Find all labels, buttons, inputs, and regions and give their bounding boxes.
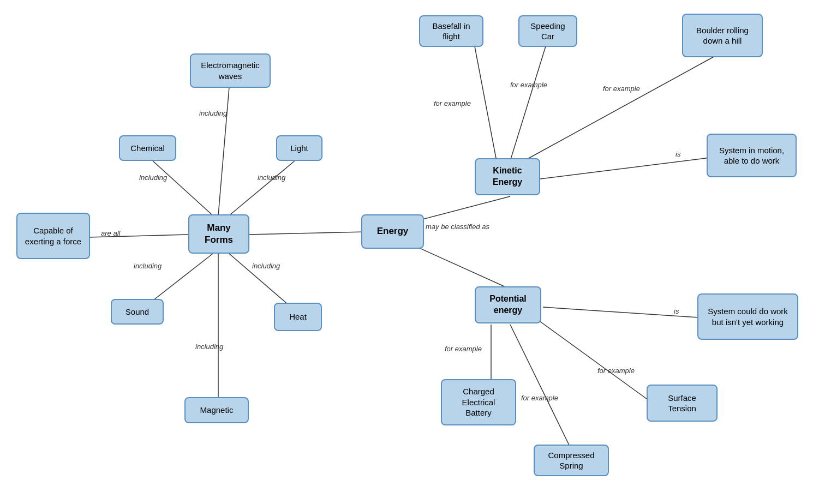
node-energy: Energy: [361, 214, 424, 249]
svg-line-14: [524, 56, 715, 161]
svg-line-4: [150, 254, 213, 303]
label-are-all: are all: [101, 229, 120, 237]
label-for-ex-surface: for example: [597, 367, 635, 375]
label-inc-heat: including: [252, 262, 280, 270]
label-is-kinetic: is: [675, 150, 680, 158]
label-is-potential: is: [674, 307, 679, 315]
node-kinetic-energy: Kinetic Energy: [475, 158, 540, 195]
node-surface-tension: Surface Tension: [647, 385, 718, 422]
svg-line-13: [510, 46, 546, 161]
label-inc-mag: including: [195, 343, 223, 351]
node-chemical: Chemical: [119, 135, 176, 161]
node-light: Light: [276, 135, 322, 161]
node-electromagnetic: Electromagnetic waves: [190, 53, 271, 88]
node-potential-energy: Potential energy: [475, 286, 541, 323]
label-for-ex-boulder: for example: [603, 85, 640, 93]
label-for-ex-speeding: for example: [510, 81, 547, 89]
node-magnetic: Magnetic: [184, 397, 249, 423]
svg-line-11: [543, 307, 707, 318]
node-capable: Capable of exerting a force: [16, 213, 90, 259]
node-many-forms: Many Forms: [188, 214, 249, 254]
label-inc-light: including: [258, 173, 285, 182]
node-heat: Heat: [274, 303, 322, 331]
label-inc-em: including: [199, 109, 227, 117]
svg-line-1: [218, 87, 229, 215]
label-inc-chem: including: [139, 173, 167, 182]
node-boulder: Boulder rolling down a hill: [682, 14, 763, 57]
label-for-ex-spring: for example: [521, 394, 558, 402]
svg-line-3: [229, 161, 295, 215]
svg-line-7: [248, 232, 366, 235]
svg-line-16: [510, 325, 570, 447]
label-for-ex-battery: for example: [445, 345, 482, 353]
label-inc-sound: including: [134, 262, 162, 270]
node-speeding-car: Speeding Car: [518, 15, 577, 47]
node-system-could-do: System could do work but isn't yet worki…: [697, 293, 798, 340]
label-may-be: may be classified as: [426, 223, 489, 231]
svg-line-2: [153, 161, 213, 215]
node-compressed-spring: Compressed Spring: [534, 445, 609, 476]
label-for-ex-baseball: for example: [434, 99, 471, 107]
node-sound: Sound: [111, 299, 164, 325]
svg-line-10: [540, 157, 715, 179]
svg-line-12: [475, 46, 497, 161]
node-baseball: Basefall in flight: [419, 15, 483, 47]
node-charged-battery: Charged Electrical Battery: [441, 379, 516, 425]
svg-line-17: [529, 314, 655, 405]
node-system-motion: System in motion, able to do work: [707, 134, 797, 177]
